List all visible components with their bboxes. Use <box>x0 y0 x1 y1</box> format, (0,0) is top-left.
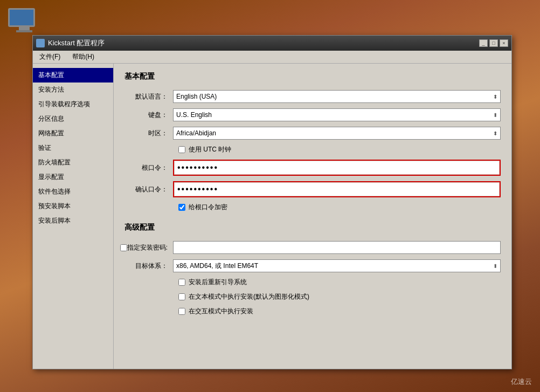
text-mode-checkbox[interactable] <box>178 293 185 300</box>
window-controls: _ □ × <box>479 39 508 47</box>
maximize-button[interactable]: □ <box>489 39 498 47</box>
reboot-checkbox[interactable] <box>178 279 185 286</box>
install-password-checkbox[interactable] <box>120 244 127 251</box>
keyboard-row: 键盘： U.S. English ⬍ <box>124 108 501 121</box>
reboot-label: 安装后重新引导系统 <box>189 278 247 287</box>
keyboard-select[interactable]: U.S. English ⬍ <box>173 108 501 121</box>
sidebar-item-display[interactable]: 显示配置 <box>33 170 113 184</box>
encrypt-checkbox[interactable] <box>178 204 185 211</box>
root-password-label: 根口令： <box>124 163 173 173</box>
sidebar-item-auth[interactable]: 验证 <box>33 141 113 155</box>
keyboard-label: 键盘： <box>124 111 173 120</box>
close-button[interactable]: × <box>500 39 508 47</box>
target-arch-select-arrow: ⬍ <box>493 263 497 269</box>
target-arch-row: 目标体系： x86, AMD64, 或 Intel EM64T ⬍ <box>124 259 501 272</box>
utc-checkbox[interactable] <box>178 146 185 153</box>
encrypt-checkbox-row: 给根口令加密 <box>178 203 501 212</box>
watermark-text: 亿速云 <box>511 377 532 386</box>
confirm-password-row: 确认口令： <box>124 181 501 197</box>
advanced-section: 高级配置 指定安装密码: 目标体系： x86, AMD64, 或 Int <box>124 223 501 316</box>
sidebar-item-basic[interactable]: 基本配置 <box>33 68 113 82</box>
confirm-password-input[interactable] <box>175 183 499 196</box>
sidebar-item-network[interactable]: 网络配置 <box>33 126 113 141</box>
target-arch-label: 目标体系： <box>124 262 173 271</box>
language-select[interactable]: English (USA) ⬍ <box>173 90 501 103</box>
monitor-screen <box>8 8 35 27</box>
timezone-select[interactable]: Africa/Abidjan ⬍ <box>173 127 501 140</box>
confirm-password-wrapper <box>173 181 501 197</box>
sidebar-item-post-script[interactable]: 安装后脚本 <box>33 214 113 228</box>
watermark: 亿速云 <box>511 377 532 387</box>
target-arch-select[interactable]: x86, AMD64, 或 Intel EM64T ⬍ <box>173 259 501 272</box>
menu-help[interactable]: 帮助(H) <box>69 51 98 63</box>
dialog-icon <box>36 39 45 47</box>
sidebar-item-install[interactable]: 安装方法 <box>33 82 113 97</box>
text-mode-label: 在文本模式中执行安装(默认为图形化模式) <box>189 292 309 301</box>
install-password-row: 指定安装密码: <box>124 241 501 254</box>
content-area: 基本配置 安装方法 引导装载程序选项 分区信息 网络配置 验证 <box>33 64 511 369</box>
dialog-title: Kickstart 配置程序 <box>48 38 105 48</box>
keyboard-select-arrow: ⬍ <box>493 112 497 118</box>
language-row: 默认语言： English (USA) ⬍ <box>124 90 501 103</box>
root-password-row: 根口令： 登录密码 <box>124 160 501 176</box>
reboot-checkbox-row: 安装后重新引导系统 <box>178 278 501 287</box>
confirm-password-label: 确认口令： <box>124 185 173 194</box>
encrypt-label: 给根口令加密 <box>189 203 227 212</box>
sidebar-item-firewall[interactable]: 防火墙配置 <box>33 155 113 170</box>
install-password-input[interactable] <box>173 241 501 254</box>
basic-section-title: 基本配置 <box>124 72 501 84</box>
root-password-wrapper <box>173 160 501 176</box>
timezone-row: 时区： Africa/Abidjan ⬍ <box>124 127 501 140</box>
utc-checkbox-row: 使用 UTC 时钟 <box>178 145 501 154</box>
sidebar-item-partition[interactable]: 分区信息 <box>33 112 113 126</box>
sidebar-item-packages[interactable]: 软件包选择 <box>33 184 113 199</box>
interactive-label: 在交互模式中执行安装 <box>189 307 253 316</box>
install-password-label: 指定安装密码: <box>127 243 168 252</box>
timezone-label: 时区： <box>124 129 173 138</box>
minimize-button[interactable]: _ <box>479 39 488 47</box>
title-bar-left: Kickstart 配置程序 <box>36 38 105 48</box>
timezone-select-arrow: ⬍ <box>493 130 497 136</box>
sidebar-item-pre-script[interactable]: 预安装脚本 <box>33 199 113 214</box>
language-select-arrow: ⬍ <box>493 94 497 100</box>
monitor-icon <box>8 8 40 35</box>
root-password-input[interactable] <box>175 161 499 174</box>
menu-bar: 文件(F) 帮助(H) <box>33 51 511 64</box>
root-password-highlight <box>173 160 501 176</box>
main-panel: 基本配置 默认语言： English (USA) ⬍ 键盘： U.S. Engl… <box>114 64 511 369</box>
interactive-checkbox[interactable] <box>178 308 185 315</box>
title-bar: Kickstart 配置程序 _ □ × <box>33 36 511 51</box>
desktop: Kickstart 配置程序 _ □ × 文件(F) 帮助(H) 基本配置 安装… <box>0 0 540 392</box>
sidebar-item-bootloader[interactable]: 引导装载程序选项 <box>33 97 113 112</box>
menu-file[interactable]: 文件(F) <box>36 51 64 63</box>
interactive-checkbox-row: 在交互模式中执行安装 <box>178 307 501 316</box>
language-label: 默认语言： <box>124 92 173 101</box>
main-dialog: Kickstart 配置程序 _ □ × 文件(F) 帮助(H) 基本配置 安装… <box>32 35 512 369</box>
confirm-password-highlight <box>173 181 501 197</box>
utc-label: 使用 UTC 时钟 <box>189 145 231 154</box>
advanced-section-title: 高级配置 <box>124 223 501 235</box>
text-mode-checkbox-row: 在文本模式中执行安装(默认为图形化模式) <box>178 292 501 301</box>
sidebar: 基本配置 安装方法 引导装载程序选项 分区信息 网络配置 验证 <box>33 64 114 369</box>
monitor-base <box>16 30 32 32</box>
